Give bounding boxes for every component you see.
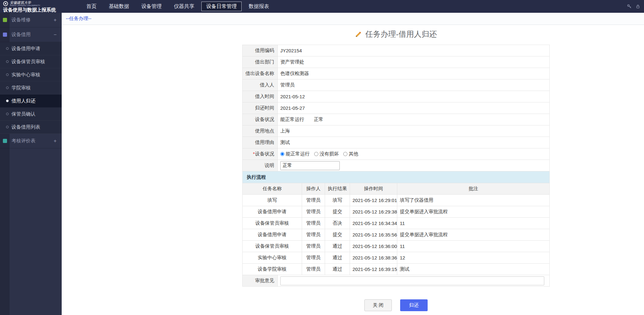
sidebar-item-college-review[interactable]: 学院审核 <box>0 81 62 94</box>
flow-cell-result: 通过 <box>325 252 350 264</box>
radio-option-other[interactable]: 其他 <box>343 151 358 157</box>
field-label-required: *设备状况 <box>243 148 278 160</box>
close-button[interactable]: 关 闭 <box>364 299 392 311</box>
table-row: 归还时间2021-05-27 <box>243 102 550 114</box>
approval-comment-input[interactable] <box>280 276 544 285</box>
pencil-icon <box>355 31 362 38</box>
nav-item-equipment-mgmt[interactable]: 设备管理 <box>135 0 168 13</box>
sidebar-item-borrower-return[interactable]: 借用人归还 <box>0 94 62 108</box>
approval-table: 审批意见 <box>242 275 550 287</box>
field-value: 2021-05-27 <box>278 102 550 114</box>
sidebar-section-repair[interactable]: 设备维修 + <box>0 13 62 27</box>
flow-cell-operator: 管理员 <box>302 252 325 264</box>
flow-cell-operator: 管理员 <box>302 218 325 229</box>
flow-cell-time: 2021-05-12 16:38:36 <box>350 252 397 264</box>
bullet-icon <box>6 60 9 63</box>
flow-row: 设备保管员审核 管理员 否决 2021-05-12 16:34:34 11 <box>243 218 550 229</box>
flow-cell-note: 提交单据进入审批流程 <box>397 229 550 241</box>
flow-row: 实验中心审核 管理员 通过 2021-05-12 16:38:36 12 <box>243 252 550 264</box>
nav-right-icons <box>627 0 644 13</box>
table-row: 设备状况能正常运行 正常 <box>243 114 550 125</box>
expand-toggle-icon[interactable]: + <box>54 17 57 23</box>
flow-row: 设备借用申请 管理员 提交 2021-05-12 16:35:56 提交单据进入… <box>243 229 550 241</box>
field-value: 色谱仪检测器 <box>278 68 550 79</box>
return-button[interactable]: 归还 <box>400 299 428 311</box>
page-title-text: 任务办理-借用人归还 <box>365 29 437 39</box>
collapse-toggle-icon[interactable]: − <box>54 32 57 38</box>
table-row: 借出部门资产管理处 <box>243 56 550 68</box>
nav-item-instrument-share[interactable]: 仪器共享 <box>168 0 200 13</box>
radio-option-can-run[interactable]: 能正常运行 <box>280 151 310 157</box>
tab-bar: --任务办理-- <box>62 13 644 25</box>
field-value: 能正常运行 正常 <box>278 114 550 125</box>
borrow-detail-table: 借用编码JY202154 借出部门资产管理处 借出设备名称色谱仪检测器 借入人管… <box>242 45 550 171</box>
col-header-result: 执行结果 <box>325 183 350 195</box>
bullet-icon <box>6 113 9 115</box>
borrow-module-icon <box>3 33 7 37</box>
flow-cell-time: 2021-05-12 16:39:15 <box>350 264 397 275</box>
bullet-icon <box>6 73 9 76</box>
col-header-time: 操作时间 <box>350 183 397 195</box>
col-header-operator: 操作人 <box>302 183 325 195</box>
sidebar-item-keeper-confirm[interactable]: 保管员确认 <box>0 108 62 121</box>
nav-item-home[interactable]: 首页 <box>80 0 103 13</box>
flow-section-header: 执行流程 <box>242 171 550 183</box>
approval-cell <box>278 275 550 287</box>
tab-task-handling[interactable]: --任务办理-- <box>66 16 91 22</box>
flow-cell-note: 12 <box>397 252 550 264</box>
col-header-note: 批注 <box>397 183 550 195</box>
flow-cell-time: 2021-05-12 16:29:38 <box>350 206 397 218</box>
flow-header-row: 任务名称 操作人 执行结果 操作时间 批注 <box>243 183 550 195</box>
action-buttons: 关 闭 归还 <box>242 299 550 311</box>
university-name: 安徽建筑大学 <box>10 1 40 4</box>
field-value: 测试 <box>278 137 550 148</box>
table-row-approval: 审批意见 <box>243 275 550 287</box>
flow-cell-result: 通过 <box>325 241 350 252</box>
flow-cell-result: 提交 <box>325 206 350 218</box>
field-label: 借用理由 <box>243 137 278 148</box>
note-input[interactable] <box>280 161 340 170</box>
expand-toggle-icon[interactable]: + <box>54 138 57 144</box>
field-label: 借入时间 <box>243 91 278 102</box>
sidebar-item-borrow-list[interactable]: 设备借用列表 <box>0 121 62 134</box>
sidebar-item-borrow-apply[interactable]: 设备借用申请 <box>0 42 62 55</box>
top-nav-bar: 安徽建筑大学 ANHUI JIANZHU UNIVERSITY 设备使用与数据上… <box>0 0 644 13</box>
nav-item-reports[interactable]: 数据报表 <box>243 0 275 13</box>
flow-cell-result: 提交 <box>325 229 350 241</box>
flow-cell-time: 2021-05-12 16:29:01 <box>350 195 397 206</box>
note-cell <box>278 160 550 171</box>
bullet-icon <box>6 86 9 89</box>
radio-option-no-damage[interactable]: 没有损坏 <box>314 151 339 157</box>
sidebar-item-lab-center-review[interactable]: 实验中心审核 <box>0 68 62 81</box>
field-label: 说明 <box>243 160 278 171</box>
col-header-task: 任务名称 <box>243 183 302 195</box>
radio-other[interactable] <box>343 152 347 156</box>
lock-icon[interactable] <box>636 4 640 9</box>
table-row-device-status: *设备状况 能正常运行 没有损坏 其他 <box>243 148 550 160</box>
field-value: 管理员 <box>278 79 550 91</box>
sidebar-item-keeper-review[interactable]: 设备保管员审核 <box>0 55 62 68</box>
radio-can-run[interactable] <box>280 152 284 156</box>
university-logo-icon <box>3 1 8 6</box>
flow-cell-time: 2021-05-12 16:35:56 <box>350 229 397 241</box>
device-status-options: 能正常运行 没有损坏 其他 <box>278 148 550 160</box>
task-form-panel: 任务办理-借用人归还 借用编码JY202154 借出部门资产管理处 借出设备名称… <box>242 29 550 311</box>
flow-cell-time: 2021-05-12 16:36:00 <box>350 241 397 252</box>
sidebar-section-borrow[interactable]: 设备借用 − <box>0 27 62 42</box>
main-content: --任务办理-- 任务办理-借用人归还 借用编码JY202154 借出部门资产管… <box>62 13 644 315</box>
field-value: JY202154 <box>278 45 550 56</box>
flow-cell-result: 填写 <box>325 195 350 206</box>
sidebar-section-label: 设备维修 <box>12 17 31 23</box>
bullet-icon <box>6 47 9 50</box>
key-icon[interactable] <box>627 4 632 9</box>
sidebar-section-assessment[interactable]: 考核评价表 + <box>0 134 62 148</box>
field-label: 借入人 <box>243 79 278 91</box>
nav-item-daily-mgmt[interactable]: 设备日常管理 <box>201 2 242 11</box>
radio-no-damage[interactable] <box>314 152 318 156</box>
flow-cell-task: 设备学院审核 <box>243 264 302 275</box>
table-row: 借用理由测试 <box>243 137 550 148</box>
nav-item-base-data[interactable]: 基础数据 <box>103 0 135 13</box>
required-asterisk: * <box>253 151 255 156</box>
sidebar-item-label: 设备借用列表 <box>12 124 40 130</box>
university-name-en: ANHUI JIANZHU UNIVERSITY <box>10 4 40 7</box>
